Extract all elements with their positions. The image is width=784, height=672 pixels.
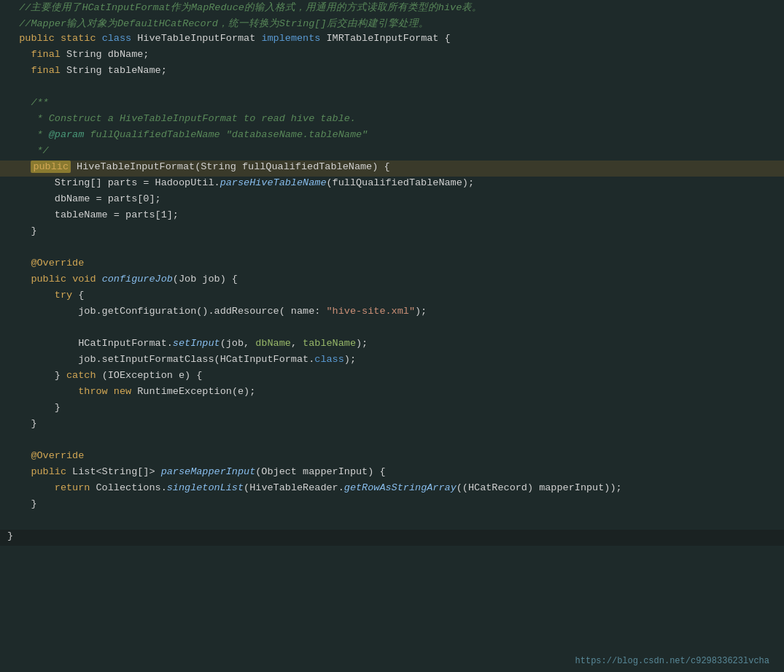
code-line: * Construct a HiveTableInputFormat to re…: [0, 112, 784, 128]
code-line: [0, 433, 784, 449]
code-line: try {: [0, 289, 784, 305]
code-line: //主要使用了HCatInputFormat作为MapReduce的输入格式，用…: [0, 0, 784, 16]
code-line: final String tableName;: [0, 64, 784, 80]
code-line: String[] parts = HadoopUtil.parseHiveTab…: [0, 177, 784, 193]
url-watermark: https://blog.csdn.net/c929833623lvcha: [575, 656, 769, 666]
code-line: }: [0, 417, 784, 433]
code-line: public HiveTableInputFormat(String fullQ…: [0, 161, 784, 177]
code-line: public List<String[]> parseMapperInput(O…: [0, 466, 784, 482]
code-line: job.getConfiguration().addResource( name…: [0, 305, 784, 321]
code-line: public void configureJob(Job job) {: [0, 273, 784, 289]
code-line: [0, 321, 784, 337]
code-line: tableName = parts[1];: [0, 209, 784, 225]
code-line: dbName = parts[0];: [0, 193, 784, 209]
code-line: @Override: [0, 257, 784, 273]
code-line: [0, 241, 784, 257]
code-line: throw new RuntimeException(e);: [0, 385, 784, 401]
code-line: return Collections.singletonList(HiveTab…: [0, 482, 784, 498]
code-line: }: [0, 401, 784, 417]
code-line: }: [0, 498, 784, 514]
code-line: @Override: [0, 449, 784, 466]
code-line: public static class HiveTableInputFormat…: [0, 32, 784, 48]
code-line: }: [0, 225, 784, 241]
code-line: [0, 514, 784, 530]
code-line: [0, 80, 784, 96]
code-line: final String dbName;: [0, 48, 784, 64]
code-line: /**: [0, 96, 784, 112]
code-editor: //主要使用了HCatInputFormat作为MapReduce的输入格式，用…: [0, 0, 784, 672]
code-line: HCatInputFormat.setInput(job, dbName, ta…: [0, 337, 784, 353]
code-line: */: [0, 144, 784, 161]
code-line: //Mapper输入对象为DefaultHCatRecord，统一转换为Stri…: [0, 16, 784, 32]
code-line: job.setInputFormatClass(HCatInputFormat.…: [0, 353, 784, 369]
code-line: * @param fullQualifiedTableName "databas…: [0, 128, 784, 144]
code-line: }: [0, 530, 784, 546]
code-line: } catch (IOException e) {: [0, 369, 784, 385]
